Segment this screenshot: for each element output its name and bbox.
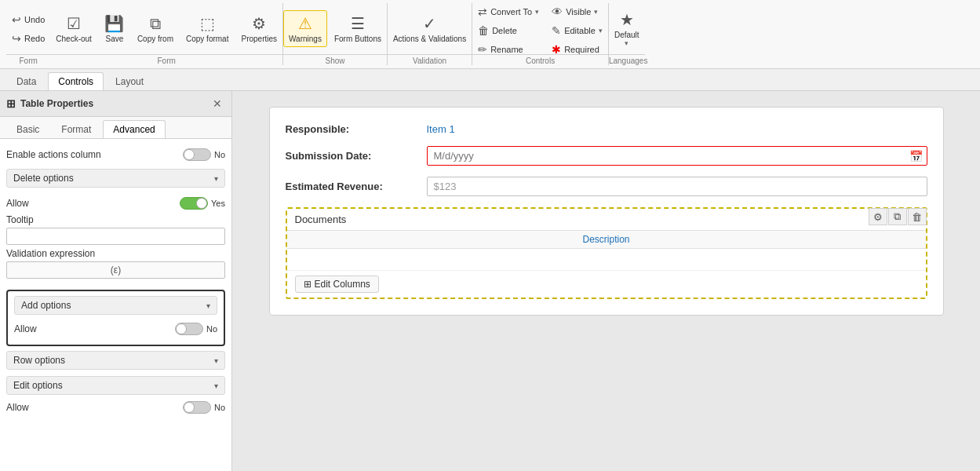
copyfrom-button[interactable]: ⧉ Copy from — [132, 11, 179, 47]
editable-icon: ✎ — [552, 24, 561, 37]
row-allow-knob — [184, 402, 195, 413]
copyformat-label: Copy format — [186, 35, 228, 43]
documents-column-header: Description — [287, 231, 926, 249]
copyformat-icon: ⬚ — [200, 14, 215, 33]
properties-button[interactable]: ⚙ Properties — [235, 10, 282, 47]
form-area: Responsible: Item 1 Submission Date: 📅 E… — [232, 91, 980, 471]
delete-options-label: Delete options — [13, 173, 74, 184]
sidebar-advanced-content: Enable actions column No Delete options … — [0, 139, 231, 428]
redo-label: Redo — [24, 34, 45, 43]
validation-group-label: Validation — [388, 54, 472, 65]
documents-copy-button[interactable]: ⧉ — [888, 208, 907, 225]
languages-group-label: Languages — [609, 54, 645, 65]
submission-date-input[interactable] — [427, 146, 927, 166]
row-options-header[interactable]: Row options ▾ — [6, 351, 225, 370]
convertto-icon: ⇄ — [478, 5, 487, 18]
documents-gear-button[interactable]: ⚙ — [869, 208, 887, 225]
sidebar-tab-advanced[interactable]: Advanced — [103, 120, 165, 138]
convertto-label: Convert To — [490, 7, 532, 16]
tab-data[interactable]: Data — [6, 72, 46, 90]
delete-label: Delete — [492, 26, 517, 35]
delete-allow-track[interactable] — [180, 197, 208, 210]
actionsvalidations-button[interactable]: ✓ Actions & Validations — [388, 10, 472, 47]
convertto-button[interactable]: ⇄ Convert To ▾ — [472, 3, 545, 20]
enable-actions-knob — [184, 149, 195, 160]
delete-icon: 🗑 — [478, 24, 489, 37]
add-allow-label: Allow — [14, 323, 37, 334]
edit-columns-icon: ⊞ — [304, 279, 311, 290]
add-allow-toggle[interactable]: No — [175, 323, 217, 335]
estimated-revenue-input[interactable] — [427, 177, 927, 196]
tab-controls[interactable]: Controls — [48, 72, 104, 90]
sidebar-tab-bar: Basic Format Advanced — [0, 117, 231, 139]
redo-icon: ↪ — [12, 32, 21, 45]
undo-label: Undo — [24, 15, 45, 24]
validation-group: ✓ Actions & Validations Validation — [388, 3, 472, 65]
submission-date-row: Submission Date: 📅 — [286, 146, 927, 166]
save-button[interactable]: 💾 Save — [99, 10, 130, 47]
delete-allow-knob — [196, 198, 207, 209]
actionsvalidations-label: Actions & Validations — [393, 35, 466, 43]
checkout-button[interactable]: ☑ Check-out — [50, 10, 97, 47]
delete-allow-label: Allow — [6, 198, 29, 209]
edit-options-header[interactable]: Edit options ▾ — [6, 376, 225, 395]
main-layout: ⊞ Table Properties ✕ Basic Format Advanc… — [0, 91, 980, 471]
enable-actions-row: Enable actions column No — [6, 145, 225, 164]
sidebar-tab-format[interactable]: Format — [51, 120, 101, 138]
enable-actions-toggle[interactable]: No — [183, 148, 225, 161]
delete-allow-toggle[interactable]: Yes — [180, 197, 225, 210]
delete-options-header[interactable]: Delete options ▾ — [6, 169, 225, 188]
documents-footer: ⊞ Edit Columns — [287, 271, 926, 298]
undo-button[interactable]: ↩ Undo — [6, 11, 50, 28]
editable-button[interactable]: ✎ Editable ▾ — [546, 22, 608, 39]
show-group-label: Show — [283, 54, 387, 65]
delete-button[interactable]: 🗑 Delete — [472, 22, 545, 39]
controls-group-label: Controls — [472, 54, 608, 65]
tooltip-input[interactable] — [6, 228, 225, 245]
main-tab-bar: Data Controls Layout — [0, 69, 980, 91]
redo-button[interactable]: ↪ Redo — [6, 30, 50, 47]
warnings-button[interactable]: ⚠ Warnings — [283, 10, 327, 47]
add-options-arrow: ▾ — [206, 301, 210, 310]
responsible-row: Responsible: Item 1 — [286, 123, 927, 135]
documents-header: Documents — [287, 209, 926, 231]
visible-button[interactable]: 👁 Visible ▾ — [546, 3, 608, 20]
checkout-label: Check-out — [56, 35, 92, 43]
properties-label: Properties — [241, 35, 277, 43]
add-allow-track[interactable] — [175, 323, 203, 335]
edit-columns-label: Edit Columns — [315, 279, 370, 290]
add-allow-row: Allow No — [14, 319, 217, 338]
documents-delete-button[interactable]: 🗑 — [908, 208, 927, 225]
documents-empty-row — [287, 249, 926, 271]
estimated-revenue-row: Estimated Revenue: — [286, 177, 927, 196]
default-icon: ★ — [620, 10, 634, 29]
close-sidebar-button[interactable]: ✕ — [209, 96, 225, 111]
row-allow-value: No — [214, 403, 225, 412]
checkout-icon: ☑ — [67, 14, 81, 33]
submission-date-label: Submission Date: — [286, 150, 427, 162]
tab-layout[interactable]: Layout — [105, 72, 154, 90]
default-label: Default — [614, 31, 639, 39]
default-button[interactable]: ★ Default ▾ — [609, 6, 645, 51]
warning-icon: ⚠ — [298, 14, 312, 33]
formbuttons-button[interactable]: ☰ Form Buttons — [329, 10, 387, 47]
add-options-header[interactable]: Add options ▾ — [14, 296, 217, 315]
sidebar-tab-basic[interactable]: Basic — [6, 120, 49, 138]
edit-options-arrow: ▾ — [214, 382, 218, 390]
enable-actions-label: Enable actions column — [6, 149, 101, 160]
enable-actions-track[interactable] — [183, 148, 211, 161]
validation-expr-input[interactable] — [6, 261, 225, 279]
save-label: Save — [105, 35, 123, 43]
documents-toolbar: ⚙ ⧉ 🗑 — [869, 208, 927, 225]
row-allow-track[interactable] — [183, 401, 211, 414]
delete-options-arrow: ▾ — [214, 174, 218, 183]
edit-columns-button[interactable]: ⊞ Edit Columns — [295, 276, 379, 293]
visible-label: Visible — [566, 7, 591, 16]
sidebar-header: ⊞ Table Properties ✕ — [0, 91, 231, 117]
show-group: ⚠ Warnings ☰ Form Buttons Show — [283, 3, 388, 65]
copyformat-button[interactable]: ⬚ Copy format — [180, 10, 234, 47]
sidebar-title-text: Table Properties — [20, 98, 93, 109]
row-allow-toggle[interactable]: No — [183, 401, 225, 414]
estimated-revenue-label: Estimated Revenue: — [286, 181, 427, 192]
calendar-icon[interactable]: 📅 — [909, 150, 923, 162]
